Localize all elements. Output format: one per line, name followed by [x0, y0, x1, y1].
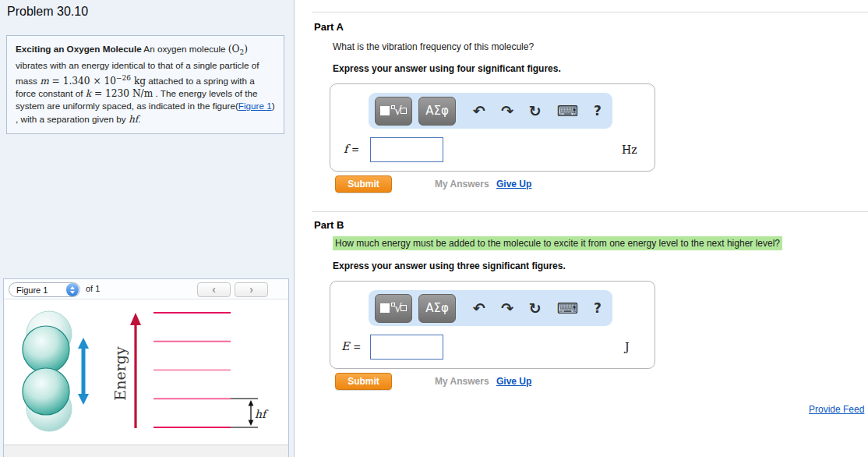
- energy-axis-label: Energy: [111, 346, 129, 401]
- help-icon[interactable]: ?: [594, 302, 602, 315]
- part-a-answer-box: √ ΑΣφ ↶ ↷ ↻ ⌨ ? f = Hz: [330, 83, 655, 172]
- greek-symbols-icon: ΑΣφ: [425, 301, 449, 315]
- math-template-icon: √: [380, 301, 407, 315]
- page-title: Problem 30.10: [7, 5, 88, 19]
- hf-variable: hf: [129, 114, 138, 125]
- figure-next-button[interactable]: ›: [235, 282, 268, 297]
- section-divider: [312, 211, 868, 212]
- figure-1-link[interactable]: Figure 1: [238, 101, 272, 111]
- select-stepper-icon: [66, 283, 79, 296]
- greek-symbols-button[interactable]: ΑΣφ: [418, 294, 456, 323]
- part-a-my-answers-link[interactable]: My Answers: [435, 179, 489, 190]
- figure-panel-footer: [4, 445, 288, 457]
- parts-panel: Part A What is the vibration frequency o…: [295, 0, 868, 457]
- greek-symbols-icon: ΑΣφ: [425, 104, 449, 118]
- provide-feedback-link[interactable]: Provide Feed: [809, 404, 864, 415]
- part-b-submit-button[interactable]: Submit: [335, 373, 392, 390]
- part-a-variable-label: f =: [344, 143, 359, 155]
- help-icon[interactable]: ?: [594, 105, 602, 118]
- figure-illustration: Energy hf: [4, 299, 288, 444]
- oxygen-atom-top: [23, 326, 69, 373]
- redo-icon[interactable]: ↷: [501, 104, 513, 119]
- spring-constant-variable: k: [86, 88, 91, 99]
- part-a-question: What is the vibration frequency of this …: [333, 41, 534, 52]
- part-b-give-up-link[interactable]: Give Up: [496, 376, 531, 387]
- part-b-instruction: Express your answer using three signific…: [333, 260, 566, 271]
- part-b-answer-input[interactable]: [370, 335, 443, 360]
- energy-axis-arrow: [130, 313, 141, 428]
- hf-label: hf: [255, 408, 269, 420]
- part-b-title: Part B: [314, 219, 344, 231]
- figure-select-value: Figure 1: [16, 285, 48, 295]
- part-b-variable-label: E =: [341, 340, 361, 352]
- part-a-unit-label: Hz: [622, 143, 637, 156]
- figure-count-label: of 1: [86, 284, 100, 293]
- energy-level-diagram: Energy hf: [4, 299, 288, 444]
- section-divider: [312, 12, 868, 12]
- part-b-answer-box: √ ΑΣφ ↶ ↷ ↻ ⌨ ? E = J: [330, 281, 655, 369]
- math-template-button[interactable]: √: [375, 97, 412, 126]
- redo-icon[interactable]: ↷: [501, 301, 513, 316]
- part-b-question: How much energy must be added to the mol…: [333, 238, 782, 249]
- problem-statement-box: Exciting an Oxygen Molecule An oxygen mo…: [6, 35, 284, 134]
- equation-toolbar: √ ΑΣφ ↶ ↷ ↻ ⌨ ?: [369, 290, 612, 326]
- problem-heading: Exciting an Oxygen Molecule: [16, 44, 142, 54]
- math-template-button[interactable]: √: [375, 294, 412, 323]
- part-b-my-answers-link[interactable]: My Answers: [435, 376, 489, 387]
- math-template-icon: √: [380, 104, 407, 118]
- part-a-instruction: Express your answer using four significa…: [333, 63, 561, 74]
- undo-icon[interactable]: ↶: [473, 104, 485, 119]
- mass-variable: m: [40, 76, 49, 87]
- equation-toolbar: √ ΑΣφ ↶ ↷ ↻ ⌨ ?: [369, 93, 612, 129]
- reset-icon[interactable]: ↻: [529, 301, 542, 316]
- keyboard-icon[interactable]: ⌨: [557, 104, 578, 119]
- o2-formula: (O2): [228, 44, 248, 55]
- part-a-answer-input[interactable]: [370, 137, 443, 162]
- greek-symbols-button[interactable]: ΑΣφ: [418, 97, 456, 126]
- undo-icon[interactable]: ↶: [473, 301, 485, 316]
- hf-separation-annotation: [231, 399, 258, 427]
- problem-statement-text: Exciting an Oxygen Molecule An oxygen mo…: [16, 43, 277, 126]
- keyboard-icon[interactable]: ⌨: [557, 301, 578, 316]
- figure-panel-header: Figure 1 of 1 ‹ ›: [4, 279, 288, 299]
- highlighted-question: How much energy must be added to the mol…: [333, 236, 782, 250]
- figure-panel: Figure 1 of 1 ‹ ›: [3, 278, 289, 457]
- chevron-left-icon: ‹: [212, 283, 216, 296]
- part-a-give-up-link[interactable]: Give Up: [496, 179, 531, 190]
- oxygen-atom-bottom: [23, 368, 69, 415]
- part-a-title: Part A: [314, 21, 344, 33]
- chevron-right-icon: ›: [249, 283, 253, 296]
- problem-sidebar: Problem 30.10 Exciting an Oxygen Molecul…: [0, 0, 295, 457]
- reset-icon[interactable]: ↻: [529, 104, 542, 119]
- part-b-unit-label: J: [625, 341, 630, 353]
- figure-select[interactable]: Figure 1: [9, 282, 80, 297]
- part-a-submit-button[interactable]: Submit: [335, 175, 392, 193]
- vibration-arrow: [78, 338, 89, 405]
- figure-prev-button[interactable]: ‹: [197, 282, 231, 297]
